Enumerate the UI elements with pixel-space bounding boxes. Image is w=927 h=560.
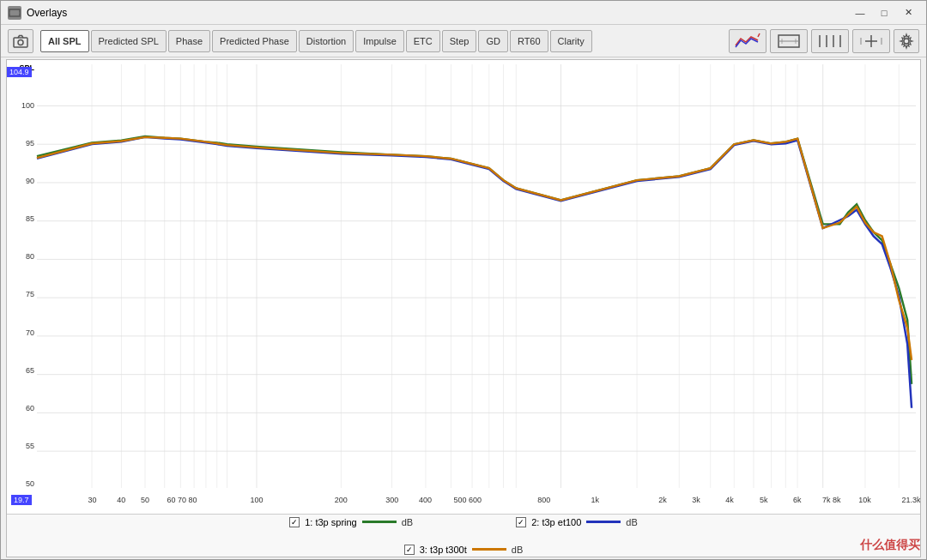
curve-t3p-t300t	[37, 137, 912, 360]
tab-predicted-spl[interactable]: Predicted SPL	[91, 30, 167, 52]
toolbar-right	[729, 29, 919, 53]
tab-phase[interactable]: Phase	[168, 30, 210, 52]
tab-clarity[interactable]: Clarity	[550, 30, 592, 52]
toolbar: All SPL Predicted SPL Phase Predicted Ph…	[1, 25, 926, 57]
close-button[interactable]: ✕	[897, 5, 919, 21]
legend-bar: ✓ 1: t3p spring dB ✓ 2: t3p et100 dB ✓ 3…	[7, 514, 920, 557]
app-icon	[8, 6, 21, 20]
x-tick-60-80: 60 70 80	[167, 496, 197, 504]
chart-container: SPL 100 95 90 85 80 75 70 65 60 55 50 10…	[6, 59, 921, 557]
y-current-value: 104.9	[7, 67, 32, 77]
svg-point-3	[18, 39, 23, 45]
y-tick-70: 70	[26, 329, 34, 337]
legend-unit-2: dB	[626, 517, 637, 527]
x-tick-1k: 1k	[591, 496, 599, 504]
range-button[interactable]	[770, 29, 808, 53]
camera-button[interactable]	[8, 29, 33, 53]
y-tick-90: 90	[26, 178, 34, 185]
x-tick-40: 40	[117, 496, 125, 504]
x-tick-300: 300	[385, 496, 398, 504]
x-tick-800: 800	[537, 496, 550, 504]
title-controls: — □ ✕	[849, 5, 919, 21]
legend-label-1: 1: t3p spring	[305, 517, 357, 527]
curve-t3p-spring	[37, 136, 912, 384]
chart-area: SPL 100 95 90 85 80 75 70 65 60 55 50 10…	[7, 60, 920, 514]
svg-rect-2	[14, 38, 27, 47]
y-axis: SPL 100 95 90 85 80 75 70 65 60 55 50	[7, 64, 37, 488]
legend-label-2: 2: t3p et100	[531, 517, 581, 527]
y-tick-80: 80	[26, 253, 34, 261]
legend-checkbox-3[interactable]: ✓	[404, 545, 415, 555]
watermark: 什么值得买	[860, 538, 920, 553]
y-tick-75: 75	[26, 291, 34, 298]
tab-etc[interactable]: ETC	[406, 30, 440, 52]
tab-rt60[interactable]: RT60	[510, 30, 548, 52]
legend-row-1: ✓ 1: t3p spring dB ✓ 2: t3p et100 dB	[289, 517, 638, 527]
legend-item-2: ✓ 2: t3p et100 dB	[516, 517, 638, 527]
x-tick-6k: 6k	[793, 496, 802, 504]
x-tick-400: 400	[419, 496, 432, 504]
y-tick-65: 65	[26, 367, 34, 375]
tab-all-spl[interactable]: All SPL	[40, 30, 89, 52]
x-tick-200: 200	[335, 496, 348, 504]
x-tick-30: 30	[88, 496, 96, 504]
window-title: Overlays	[27, 7, 67, 19]
x-tick-50: 50	[141, 496, 149, 504]
x-tick-500-600: 500 600	[453, 496, 482, 504]
tab-impulse[interactable]: Impulse	[355, 30, 404, 52]
settings-button[interactable]	[894, 29, 919, 53]
tab-group: All SPL Predicted SPL Phase Predicted Ph…	[40, 30, 592, 52]
legend-line-1	[362, 521, 397, 523]
minimize-button[interactable]: —	[849, 5, 871, 21]
x-tick-7k-8k: 7k 8k	[822, 496, 841, 504]
tab-gd[interactable]: GD	[478, 30, 508, 52]
main-window: Overlays — □ ✕ All SPL Predicted SPL Pha…	[0, 0, 927, 560]
svg-point-17	[904, 39, 909, 44]
x-min-value: 19.7	[11, 495, 32, 505]
legend-unit-3: dB	[512, 545, 523, 555]
x-tick-5k: 5k	[760, 496, 768, 504]
maximize-button[interactable]: □	[873, 5, 895, 21]
curve-t3p-et100	[37, 137, 912, 408]
x-tick-4k: 4k	[725, 496, 734, 504]
grid-button[interactable]	[811, 29, 849, 53]
x-tick-3k: 3k	[692, 496, 700, 504]
y-tick-60: 60	[26, 405, 34, 412]
y-tick-50: 50	[26, 480, 34, 488]
zoom-button[interactable]	[852, 29, 890, 53]
x-tick-10k: 10k	[858, 496, 871, 504]
y-tick-85: 85	[26, 215, 34, 223]
x-tick-21khz: 21.3kHz	[901, 496, 920, 504]
tab-step[interactable]: Step	[442, 30, 477, 52]
title-bar-left: Overlays	[8, 6, 67, 20]
y-tick-95: 95	[26, 140, 34, 148]
svg-line-4	[758, 33, 760, 37]
title-bar: Overlays — □ ✕	[1, 1, 926, 25]
x-tick-100: 100	[250, 496, 263, 504]
y-tick-55: 55	[26, 443, 34, 450]
legend-checkbox-2[interactable]: ✓	[516, 517, 526, 527]
legend-line-2	[586, 521, 621, 523]
legend-unit-1: dB	[402, 517, 413, 527]
legend-row-2: ✓ 3: t3p t300t dB	[404, 545, 524, 555]
legend-label-3: 3: t3p t300t	[420, 545, 467, 555]
legend-checkbox-1[interactable]: ✓	[289, 517, 300, 527]
y-tick-100: 100	[21, 102, 34, 110]
legend-item-1: ✓ 1: t3p spring dB	[289, 517, 413, 527]
chart-plot-area[interactable]	[37, 64, 916, 488]
chart-svg	[37, 64, 916, 488]
x-axis: 19.7 30 40 50 60 70 80 100 200 300 400 5…	[37, 491, 916, 509]
overlay-icon-button[interactable]	[729, 29, 766, 53]
tab-predicted-phase[interactable]: Predicted Phase	[212, 30, 297, 52]
tab-distortion[interactable]: Distortion	[299, 30, 354, 52]
legend-item-3: ✓ 3: t3p t300t dB	[404, 545, 524, 555]
x-tick-2k: 2k	[658, 496, 667, 504]
legend-line-3	[472, 548, 506, 551]
